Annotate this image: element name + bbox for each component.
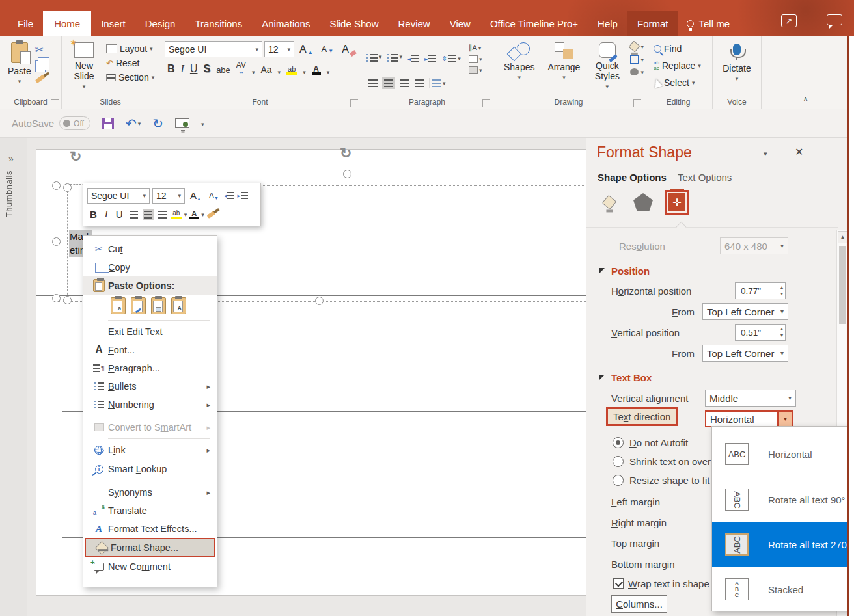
columns-dialog-button[interactable]: Columns... <box>611 595 667 613</box>
from-dropdown[interactable]: Top Left Corner▾ <box>702 303 788 320</box>
increase-font-size-button[interactable]: A▲ <box>296 42 316 57</box>
tab-help[interactable]: Help <box>588 11 627 36</box>
resize-handle[interactable] <box>63 183 72 192</box>
tab-office-timeline[interactable]: Office Timeline Pro+ <box>480 11 588 36</box>
copy-icon[interactable] <box>35 60 46 72</box>
redo-button[interactable]: ↻ <box>152 117 163 130</box>
paste-use-destination-theme-icon[interactable] <box>131 297 146 314</box>
strikethrough-button[interactable]: abe <box>216 65 230 75</box>
thumbnails-panel[interactable]: » Thumbnails <box>0 138 27 616</box>
mini-increase-indent-button[interactable]: ▸ <box>237 192 248 199</box>
tab-shape-options[interactable]: Shape Options <box>598 172 667 183</box>
tab-text-options[interactable]: Text Options <box>678 172 732 183</box>
clipboard-dialog-launcher[interactable] <box>51 99 59 107</box>
menu-item-smart-lookup[interactable]: i Smart Lookup <box>83 459 217 479</box>
rotate-handle-icon[interactable]: ↻ <box>340 146 351 161</box>
menu-item-copy[interactable]: Copy <box>83 258 217 276</box>
cut-icon[interactable]: ✂ <box>35 44 46 56</box>
shapes-button[interactable]: Shapes ▾ <box>500 40 538 83</box>
bold-button[interactable]: B <box>167 63 175 75</box>
find-button[interactable]: Find <box>651 42 712 55</box>
menu-item-format-shape[interactable]: Format Shape... <box>85 538 215 557</box>
paste-keep-source-formatting-icon[interactable]: a <box>111 297 126 314</box>
tab-view[interactable]: View <box>440 11 480 36</box>
mini-decrease-indent-button[interactable]: ◂ <box>224 192 235 199</box>
character-spacing-button[interactable]: AV↔ <box>236 62 246 75</box>
font-name-combo[interactable]: Segoe UI▾ <box>165 41 262 57</box>
shape-outline-button[interactable]: ▾ <box>630 55 644 64</box>
replace-button[interactable]: abacReplace▾ <box>651 59 712 72</box>
autosave-toggle[interactable]: AutoSave Off <box>12 116 90 130</box>
collapse-ribbon-button[interactable]: ∧ <box>803 94 808 103</box>
save-button[interactable] <box>102 118 114 129</box>
decrease-font-size-button[interactable]: A▼ <box>318 43 337 55</box>
layout-button[interactable]: Layout▾ <box>103 42 157 55</box>
line-spacing-button[interactable]: ⇕▾ <box>441 55 461 63</box>
resize-handle[interactable] <box>52 181 61 190</box>
collapse-triangle-icon[interactable] <box>599 268 605 273</box>
mini-font-size-combo[interactable]: 12▾ <box>152 188 185 204</box>
resize-handle[interactable] <box>315 297 324 305</box>
size-properties-icon[interactable]: ✛ <box>665 190 689 215</box>
select-button[interactable]: Select▾ <box>651 76 712 89</box>
position-header[interactable]: Position <box>611 265 650 276</box>
customize-qat-button[interactable]: ▾ <box>201 120 204 127</box>
start-from-beginning-button[interactable] <box>175 118 189 128</box>
tab-format[interactable]: Format <box>627 11 678 36</box>
quick-styles-button[interactable]: Quick Styles ▾ <box>589 40 625 92</box>
resize-handle[interactable] <box>52 294 61 302</box>
align-center-button[interactable] <box>382 77 395 89</box>
from-dropdown[interactable]: Top Left Corner▾ <box>702 345 788 362</box>
close-panel-icon[interactable]: ✕ <box>795 146 803 158</box>
tab-home[interactable]: Home <box>43 11 91 36</box>
fill-line-icon[interactable] <box>597 190 622 215</box>
columns-button[interactable]: ▾ <box>432 79 446 88</box>
option-stacked[interactable]: ABC Stacked <box>712 567 851 611</box>
resize-handle[interactable] <box>343 170 351 178</box>
tab-insert[interactable]: Insert <box>91 11 135 36</box>
mini-format-painter-icon[interactable] <box>206 210 215 218</box>
menu-item-new-comment[interactable]: New Comment <box>83 557 217 576</box>
paste-button[interactable]: Paste ▾ <box>4 40 35 87</box>
decrease-indent-button[interactable]: ◂ <box>407 55 419 62</box>
mini-highlight-button[interactable]: ab <box>171 210 182 219</box>
menu-item-synonyms[interactable]: Synonyms ▸ <box>83 483 217 502</box>
vertical-position-input[interactable]: 0.51"▴▾ <box>735 324 786 341</box>
mini-bold-button[interactable]: B <box>87 208 100 221</box>
text-direction-arrow-button[interactable]: ▾ <box>778 410 793 427</box>
numbering-button[interactable]: ▾ <box>387 54 403 63</box>
mini-underline-button[interactable]: U <box>113 208 126 221</box>
textbox-header[interactable]: Text Box <box>611 372 652 383</box>
horizontal-position-input[interactable]: 0.77"▴▾ <box>735 282 786 299</box>
section-button[interactable]: Section▾ <box>103 71 157 84</box>
tab-transitions[interactable]: Transitions <box>185 11 252 36</box>
option-horizontal[interactable]: ABC Horizontal <box>712 431 851 477</box>
paragraph-dialog-launcher[interactable] <box>482 99 490 107</box>
rotate-handle-icon[interactable]: ↻ <box>70 150 81 164</box>
shape-fill-button[interactable]: ▾ <box>630 42 644 51</box>
vertical-alignment-dropdown[interactable]: Middle▾ <box>705 390 796 407</box>
do-not-autofit-radio[interactable] <box>613 437 624 448</box>
reset-button[interactable]: ↶Reset <box>103 57 157 70</box>
share-icon[interactable]: ↗ <box>781 14 797 27</box>
menu-item-cut[interactable]: ✂ Cut <box>83 240 217 258</box>
change-case-button[interactable]: Aa <box>260 64 271 75</box>
menu-item-numbering[interactable]: Numbering ▸ <box>83 395 217 414</box>
option-rotate-90[interactable]: ABC Rotate all text 90° <box>712 477 851 522</box>
tab-file[interactable]: File <box>8 11 43 36</box>
menu-item-font[interactable]: A Font... <box>83 341 217 359</box>
tab-design[interactable]: Design <box>135 11 186 36</box>
align-right-button[interactable] <box>398 77 411 89</box>
expand-thumbnails-icon[interactable]: » <box>8 154 14 164</box>
effects-icon[interactable] <box>631 190 655 215</box>
resize-shape-radio[interactable] <box>613 475 624 486</box>
justify-button[interactable] <box>413 77 426 89</box>
menu-item-exit-edit-text[interactable]: Exit Edit Text <box>83 323 217 341</box>
text-shadow-button[interactable]: S <box>203 63 210 75</box>
comments-icon[interactable] <box>827 14 842 25</box>
bullets-button[interactable]: ▾ <box>366 54 382 63</box>
align-text-button[interactable]: ▾ <box>469 55 482 63</box>
mini-font-name-combo[interactable]: Segoe UI▾ <box>87 188 150 204</box>
panel-options-icon[interactable]: ▾ <box>764 150 767 158</box>
text-direction-dropdown[interactable]: Horizontal <box>705 410 778 427</box>
